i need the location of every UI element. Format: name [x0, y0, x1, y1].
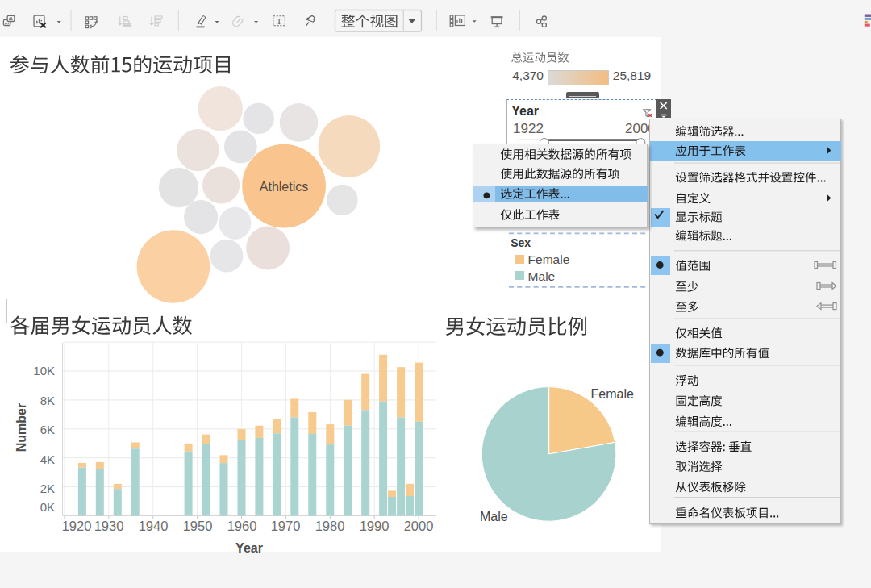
svg-text:T: T	[277, 16, 282, 26]
